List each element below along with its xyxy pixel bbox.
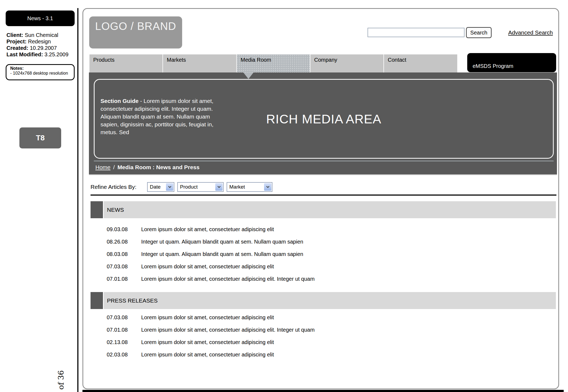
item-date: 02.03.08 — [107, 352, 141, 358]
item-date: 07.01.08 — [107, 276, 141, 282]
item-text: Lorem ipsum dolor sit amet, consectetuer… — [141, 263, 274, 270]
list-item[interactable]: 08.03.08 Integer ut quam. Aliquam blandi… — [107, 248, 538, 260]
list-item[interactable]: 07.01.08 Lorem ipsum dolor sit amet, con… — [107, 273, 538, 285]
search-input[interactable] — [368, 28, 465, 37]
tab-markets[interactable]: Markets — [163, 54, 236, 72]
tab-contact[interactable]: Contact — [384, 54, 457, 72]
sidebar-divider — [77, 8, 78, 392]
item-text: Lorem ipsum dolor sit amet, consectetuer… — [141, 226, 274, 233]
breadcrumb-divider — [94, 161, 554, 161]
chevron-down-icon — [264, 183, 271, 191]
chevron-down-icon — [215, 183, 223, 191]
modified-line: Last Modified: 3.25.2009 — [6, 51, 68, 58]
chevron-down-icon — [166, 183, 173, 191]
item-date: 07.01.08 — [107, 327, 141, 333]
list-item[interactable]: 09.03.08 Lorem ipsum dolor sit amet, con… — [107, 223, 538, 235]
emsds-label: eMSDS Program — [473, 63, 513, 69]
tab-media-room[interactable]: Media Room — [237, 54, 310, 72]
template-tag-badge: T8 — [19, 127, 61, 148]
logo-placeholder: LOGO / BRAND — [89, 16, 182, 48]
filter-product-value: Product — [178, 184, 215, 190]
notes-box: Notes: - 1024x768 desktop resolution — [6, 64, 75, 80]
list-item[interactable]: 07.03.08 Lorem ipsum dolor sit amet, con… — [107, 260, 538, 273]
hero-area: RICH MEDIA AREA Section Guide - Lorem ip… — [89, 72, 557, 175]
item-text: Lorem ipsum dolor sit amet, consectetuer… — [141, 276, 315, 282]
item-text: Lorem ipsum dolor sit amet, consectetuer… — [141, 314, 274, 321]
item-date: 08.26.08 — [107, 239, 141, 245]
tab-company[interactable]: Company — [310, 54, 383, 72]
notes-label: Notes: — [10, 66, 70, 71]
filter-date-dropdown[interactable]: Date — [147, 182, 174, 192]
search-button[interactable]: Search — [466, 27, 491, 38]
item-text: Lorem ipsum dolor sit amet, consectetuer… — [141, 352, 274, 358]
page-number: 4 of 36 — [57, 370, 65, 392]
frame-bottom-bar — [82, 390, 564, 392]
project-meta: Client: Sun Chemical Project: Redesign C… — [6, 32, 68, 58]
item-date: 07.03.08 — [107, 314, 141, 321]
rich-media-box: RICH MEDIA AREA Section Guide - Lorem ip… — [94, 79, 554, 159]
item-text: Lorem ipsum dolor sit amet, consectetuer… — [141, 327, 315, 333]
list-item[interactable]: 07.01.08 Lorem ipsum dolor sit amet, con… — [107, 324, 538, 336]
list-item[interactable]: 08.26.08 Integer ut quam. Aliquam blandi… — [107, 235, 538, 248]
news-section-title: NEWS — [107, 207, 124, 213]
news-section-marker — [91, 201, 103, 218]
content-divider — [91, 195, 556, 196]
project-line: Project: Redesign — [6, 38, 68, 45]
press-section-marker — [91, 292, 103, 309]
created-line: Created: 10.29.2007 — [6, 45, 68, 51]
list-item[interactable]: 02.03.08 Lorem ipsum dolor sit amet, con… — [107, 348, 538, 361]
press-section-header: PRESS RELEASES — [104, 292, 556, 309]
breadcrumb-home-link[interactable]: Home — [95, 164, 110, 170]
list-item[interactable]: 02.13.08 Lorem ipsum dolor sit amet, con… — [107, 336, 538, 348]
press-list: 07.03.08 Lorem ipsum dolor sit amet, con… — [107, 311, 538, 361]
wireframe-page-title-label: News - 3.1 — [27, 15, 53, 22]
filter-market-dropdown[interactable]: Market — [227, 182, 272, 192]
press-section-title: PRESS RELEASES — [107, 297, 158, 304]
list-item[interactable]: 07.03.08 Lorem ipsum dolor sit amet, con… — [107, 311, 538, 324]
selected-tab-pointer-icon — [243, 72, 254, 79]
news-list: 09.03.08 Lorem ipsum dolor sit amet, con… — [107, 223, 538, 285]
news-section-header: NEWS — [104, 201, 556, 218]
logo-text: LOGO / BRAND — [95, 20, 176, 32]
filter-date-value: Date — [148, 184, 165, 190]
item-date: 08.03.08 — [107, 251, 141, 257]
tab-products[interactable]: Products — [89, 54, 162, 72]
refine-label: Refine Articles By: — [91, 182, 136, 192]
filter-product-dropdown[interactable]: Product — [177, 182, 224, 192]
breadcrumb-current: Media Room : News and Press — [117, 164, 200, 170]
item-date: 09.03.08 — [107, 226, 141, 233]
tab-emsds-program[interactable]: eMSDS Program — [467, 53, 556, 72]
item-text: Lorem ipsum dolor sit amet, consectetuer… — [141, 339, 274, 345]
browser-frame: LOGO / BRAND What are you looking for? S… — [82, 8, 559, 389]
breadcrumb-separator: / — [110, 164, 117, 170]
filter-market-value: Market — [227, 184, 264, 190]
breadcrumb: Home/Media Room : News and Press — [95, 164, 199, 171]
item-date: 07.03.08 — [107, 263, 141, 270]
wireframe-page-title: News - 3.1 — [6, 11, 75, 26]
notes-text: - 1024x768 desktop resolution — [10, 71, 70, 76]
item-text: Integer ut quam. Aliquam blandit quam at… — [141, 239, 303, 245]
client-line: Client: Sun Chemical — [6, 32, 68, 38]
advanced-search-link[interactable]: Advanced Search — [508, 29, 553, 36]
item-text: Integer ut quam. Aliquam blandit quam at… — [141, 251, 303, 257]
section-guide-text: Section Guide - Lorem ipsum dolor sit am… — [101, 97, 219, 136]
item-date: 02.13.08 — [107, 339, 141, 345]
